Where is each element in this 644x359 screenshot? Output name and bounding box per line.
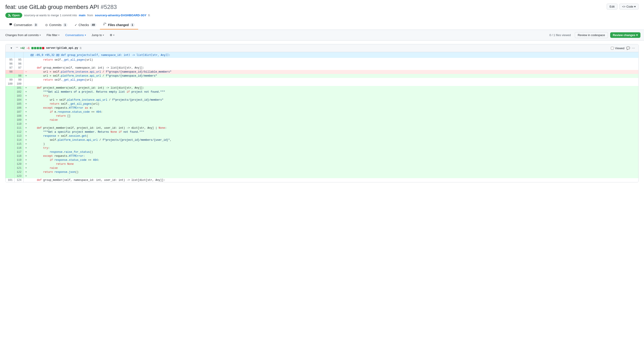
- diff-file-header-right: Viewed 💬 ⋯: [611, 46, 635, 50]
- stat-bar-add-4: [40, 47, 42, 49]
- line-code: [29, 82, 638, 86]
- file-filter-dropdown[interactable]: File filter ▾: [45, 33, 61, 38]
- conversations-dropdown[interactable]: Conversations ▾: [64, 33, 88, 38]
- line-code: def group_members(self, namespace_id: in…: [29, 66, 638, 70]
- line-num-old: [6, 114, 14, 118]
- line-num-new: 110: [14, 122, 23, 126]
- settings-dropdown[interactable]: ⚙ ▾: [108, 33, 116, 38]
- line-sign: +: [23, 122, 29, 126]
- line-num-new: [14, 70, 23, 74]
- line-num-new: 121: [14, 166, 23, 170]
- table-row: 121 + raise: [6, 166, 638, 170]
- stat-bar-add-1: [32, 47, 34, 49]
- line-code: ): [29, 142, 638, 146]
- line-sign: [23, 52, 29, 58]
- line-num-old: 98: [6, 70, 14, 74]
- line-sign: +: [23, 142, 29, 146]
- line-sign: +: [23, 74, 29, 78]
- line-num-new: 101: [14, 86, 23, 90]
- line-code: response = self.session.get(: [29, 134, 638, 138]
- code-icon: <>: [622, 5, 626, 8]
- line-num-old: [6, 174, 14, 178]
- line-num-new: 114: [14, 138, 23, 142]
- line-num-new: 123: [14, 174, 23, 178]
- tab-checks[interactable]: ✓ Checks 49: [71, 21, 100, 30]
- head-branch-link[interactable]: sourcery-ai/sentry-DASHBOARD-3GY: [95, 14, 146, 17]
- line-num-new: 100: [14, 82, 23, 86]
- line-sign: [23, 82, 29, 86]
- edit-button[interactable]: Edit: [606, 4, 617, 10]
- filename: server/gitlab_api.py: [46, 47, 78, 50]
- line-num-new: 122: [14, 170, 23, 174]
- from-text: from: [87, 14, 93, 17]
- pr-title-text: feat: use GitLab group members API: [5, 4, 99, 11]
- line-num-new: 98: [14, 74, 23, 78]
- line-num-new: 113: [14, 134, 23, 138]
- chevron-down-icon: ▾: [103, 34, 104, 36]
- line-num-old: [6, 170, 14, 174]
- line-code: return response.json(): [29, 170, 638, 174]
- collapse-file-button[interactable]: ▼: [9, 46, 14, 50]
- line-num-new: 103: [14, 94, 23, 98]
- table-row: 116 + try:: [6, 146, 638, 150]
- line-num-old: 96: [6, 62, 14, 66]
- line-num-new: 108: [14, 114, 23, 118]
- line-num-old: [6, 130, 14, 134]
- line-code: return None: [29, 162, 638, 166]
- table-row: 111 + def project_member(self, project_i…: [6, 126, 638, 130]
- review-in-codespace-button[interactable]: Review in codespace: [575, 32, 608, 38]
- commits-count: 1: [63, 23, 68, 27]
- line-sign: +: [23, 98, 29, 102]
- conversation-icon: [9, 23, 12, 27]
- tab-files-changed[interactable]: Files changed 1: [100, 21, 138, 30]
- copy-branch-button[interactable]: ⎘: [148, 14, 150, 17]
- line-num-old: [6, 158, 14, 162]
- line-num-old: [6, 122, 14, 126]
- changes-from-dropdown[interactable]: Changes from all commits ▾: [4, 33, 42, 38]
- base-branch-link[interactable]: main: [79, 14, 86, 17]
- line-num-new: 95: [14, 58, 23, 62]
- line-sign: [23, 178, 29, 182]
- table-row: 101 + def project_members(self, project_…: [6, 86, 638, 90]
- table-row: 98 − url = self.platform_instance.api_ur…: [6, 70, 638, 74]
- viewed-checkbox[interactable]: Viewed: [611, 47, 624, 50]
- viewed-input[interactable]: [611, 47, 614, 50]
- line-sign: +: [23, 134, 29, 138]
- line-code: if e.response.status_code == 404:: [29, 110, 638, 114]
- review-changes-button[interactable]: Review changes ▾: [610, 32, 640, 38]
- line-num-new: 115: [14, 142, 23, 146]
- line-num-old: [6, 138, 14, 142]
- more-options-button[interactable]: ⋯: [632, 46, 635, 50]
- line-num-old: [6, 86, 14, 90]
- line-num-old: [6, 90, 14, 94]
- pr-title-section: feat: use GitLab group members API #5283: [5, 4, 639, 11]
- chevron-down-icon: ▾: [40, 34, 41, 36]
- line-num-new: 99: [14, 78, 23, 82]
- jump-to-dropdown[interactable]: Jump to ▾: [90, 33, 106, 38]
- tab-conversation[interactable]: Conversation 3: [5, 21, 42, 30]
- line-num-old: 99: [6, 78, 14, 82]
- tab-commits[interactable]: ⊙ Commits 1: [42, 21, 71, 30]
- table-row: 110 +: [6, 122, 638, 126]
- deletions-stat: −1: [26, 47, 30, 50]
- line-sign: +: [23, 126, 29, 130]
- table-row: 105 + return self._get_all_pages(url): [6, 102, 638, 106]
- line-num-new: 117: [14, 150, 23, 154]
- line-num-new: 118: [14, 154, 23, 158]
- diff-file-header-left: ▼ +42 −1 server/gitlab_api.py ⎘: [9, 46, 82, 50]
- line-num-new: 109: [14, 118, 23, 122]
- line-num-new: 97: [14, 66, 23, 70]
- line-sign: +: [23, 118, 29, 122]
- line-sign: +: [23, 154, 29, 158]
- line-code: return self._get_all_pages(url): [29, 58, 638, 62]
- line-num-old: [6, 162, 14, 166]
- table-row: 109 + raise: [6, 118, 638, 122]
- code-button[interactable]: <> Code ▾: [619, 4, 639, 10]
- copy-filename-button[interactable]: ⎘: [80, 47, 82, 50]
- line-num-old: [6, 166, 14, 170]
- line-sign: +: [23, 106, 29, 110]
- comment-icon[interactable]: 💬: [626, 46, 630, 50]
- line-sign: +: [23, 162, 29, 166]
- diff-toolbar-right: 0 / 1 files viewed Review in codespace R…: [550, 32, 640, 38]
- line-num-new: 96: [14, 62, 23, 66]
